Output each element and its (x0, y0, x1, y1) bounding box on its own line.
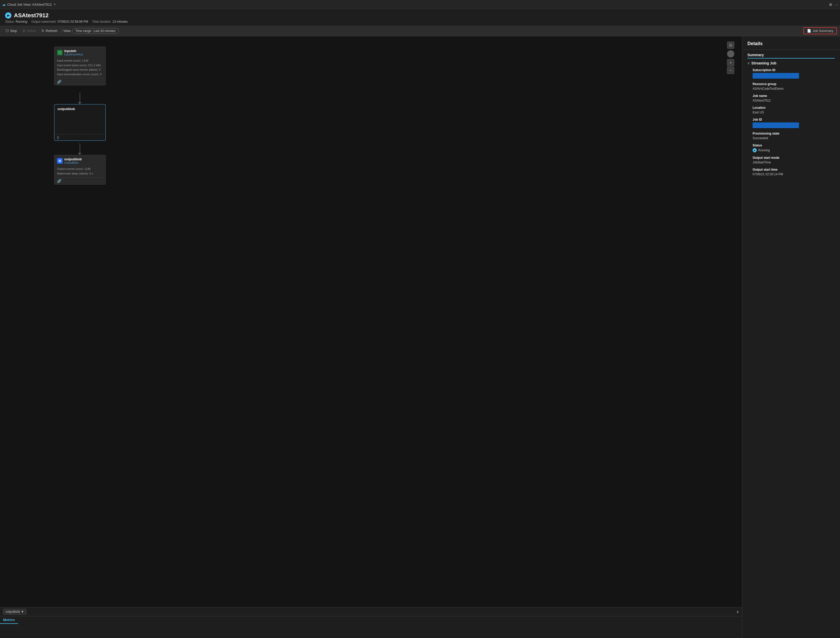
delete-button[interactable]: 🗑 Delete (20, 28, 39, 34)
duration-value: 13 minutes (112, 20, 128, 24)
delete-label: Delete (27, 29, 36, 33)
zoom-in-button[interactable]: + (727, 59, 734, 66)
toolbar-separator (62, 28, 62, 33)
zoom-out-button[interactable]: − (727, 67, 734, 74)
zoom-controls: ⊡ + − (727, 41, 734, 74)
input-node-subtitle: InputEventHub (64, 53, 83, 56)
job-name-item: Job name ASAtest7912 (753, 94, 835, 102)
query-node[interactable]: outputblob {} (54, 104, 106, 141)
output-stat-2: Watermark delay (latest): 0 s (57, 171, 103, 176)
provisioning-state-value: Succeeded (753, 136, 835, 140)
svg-rect-4 (58, 160, 61, 162)
output-node-icon (57, 158, 63, 164)
svg-rect-2 (58, 53, 60, 54)
output-node-footer-icon: 🔗 (57, 179, 62, 183)
query-node-footer-text: {} (57, 136, 59, 139)
delete-icon: 🗑 (22, 29, 25, 33)
status-item: Status ▶ Running (753, 144, 835, 152)
output-node[interactable]: outputblob OutputBlob Output events (sum… (54, 155, 106, 185)
output-node-footer: 🔗 (54, 177, 106, 184)
metrics-dropdown-value: outputblob (5, 610, 20, 614)
location-value: East US (753, 111, 835, 114)
fit-zoom-button[interactable]: ⊡ (727, 41, 734, 49)
input-node[interactable]: inputeh InputEventHub Input events (sum)… (54, 47, 106, 85)
toolbar: ☐ Stop 🗑 Delete ↻ Refresh View Time rang… (0, 25, 840, 36)
stop-icon: ☐ (6, 29, 9, 33)
header: ▶ ASAtest7912 Status Running Output wate… (0, 9, 840, 25)
main-content: inputeh InputEventHub Input events (sum)… (0, 36, 840, 638)
subscription-id-value (753, 73, 799, 79)
input-node-icon (57, 50, 63, 55)
status-detail-label: Status (753, 144, 835, 147)
job-name-value: ASAtest7912 (753, 99, 835, 102)
tab-title: Cloud Job View: ASAtest7912 (7, 3, 52, 6)
zoom-in-icon: + (729, 61, 732, 65)
query-node-title: outputblob (57, 107, 75, 111)
input-stat-1: Input events (sum): 1149 (57, 58, 103, 63)
input-stat-3: Backlogged input events (latest): 0 (57, 68, 103, 72)
subscription-id-item: Subscription ID (753, 68, 835, 79)
arrow-1 (78, 102, 81, 104)
stop-button[interactable]: ☐ Stop (3, 28, 20, 34)
output-node-subtitle: OutputBlob (64, 161, 82, 164)
status-detail-value: Running (758, 148, 770, 152)
metrics-dropdown-chevron: ▼ (21, 610, 24, 614)
input-node-body: Input events (sum): 1149 Input event byt… (54, 57, 106, 78)
status-running-dot: ▶ (753, 148, 757, 152)
provisioning-state-item: Provisioning state Succeeded (753, 132, 835, 140)
tab-icon: ☁ (2, 2, 6, 6)
window-controls: ⊞ ··· (829, 3, 838, 6)
status-label: Status (5, 20, 14, 24)
job-summary-label: Job Summary (813, 29, 833, 33)
summary-section: Summary ∨ Streaming Job Subscription ID … (742, 50, 840, 183)
metrics-section: Metrics (0, 616, 742, 624)
time-range-button[interactable]: Time range : Last 30 minutes (72, 28, 119, 34)
refresh-icon: ↻ (41, 29, 44, 33)
canvas-area: inputeh InputEventHub Input events (sum)… (0, 36, 742, 638)
status-value: Running (16, 20, 27, 24)
output-start-mode-item: Output start mode JobStartTime (753, 156, 835, 164)
zoom-connector-dot (727, 50, 734, 57)
job-summary-button[interactable]: 📄 Job Summary (804, 27, 837, 34)
zoom-out-icon: − (729, 68, 732, 73)
output-node-body: Output events (sum): 1148 Watermark dela… (54, 166, 106, 177)
location-label: Location (753, 106, 835, 109)
canvas-viewport[interactable]: inputeh InputEventHub Input events (sum)… (0, 36, 742, 607)
view-label: View (63, 29, 71, 33)
output-start-mode-value: JobStartTime (753, 161, 835, 164)
metrics-dropdown[interactable]: outputblob ▼ (3, 609, 26, 614)
resource-group-value: ASAVsCodeToolDemo (753, 87, 835, 90)
fit-zoom-icon: ⊡ (729, 43, 732, 47)
app-icon: ▶ (5, 13, 11, 19)
output-node-title: outputblob (64, 157, 82, 161)
tab-close-button[interactable]: × (54, 3, 56, 6)
resource-group-label: Resource group (753, 82, 835, 86)
right-panel: Details Summary ∨ Streaming Job Subscrip… (742, 36, 840, 638)
resource-group-item: Resource group ASAVsCodeToolDemo (753, 82, 835, 90)
streaming-job-row[interactable]: ∨ Streaming Job (747, 61, 835, 65)
bottom-panel: outputblob ▼ ∧ Metrics (0, 607, 742, 638)
bottom-panel-toolbar: outputblob ▼ ∧ (0, 607, 742, 616)
input-stat-2: Input event bytes (sum): 511.2 kBs (57, 63, 103, 68)
streaming-job-label: Streaming Job (751, 61, 776, 65)
app-icon-symbol: ▶ (7, 14, 9, 17)
more-actions-icon[interactable]: ··· (835, 3, 838, 6)
app-title: ASAtest7912 (14, 12, 49, 19)
streaming-job-chevron: ∨ (747, 62, 750, 65)
svg-rect-3 (60, 53, 62, 54)
output-stat-1: Output events (sum): 1148 (57, 167, 103, 171)
split-editor-icon[interactable]: ⊞ (829, 3, 832, 6)
details-header: Details (742, 36, 840, 50)
summary-title: Summary (747, 53, 835, 58)
collapse-panel-button[interactable]: ∧ (736, 610, 739, 614)
job-name-label: Job name (753, 94, 835, 98)
output-start-time-label: Output start time (753, 168, 835, 171)
job-id-item: Job ID (753, 118, 835, 128)
watermark-label: Output watermark (31, 20, 56, 24)
refresh-button[interactable]: ↻ Refresh (39, 28, 60, 34)
metrics-label: Metrics (0, 616, 18, 624)
query-node-header: outputblob (54, 104, 106, 114)
header-meta: Status Running Output watermark 07/06/21… (5, 20, 835, 24)
details-list: Subscription ID Resource group ASAVsCode… (747, 68, 835, 176)
query-node-body (54, 114, 106, 134)
